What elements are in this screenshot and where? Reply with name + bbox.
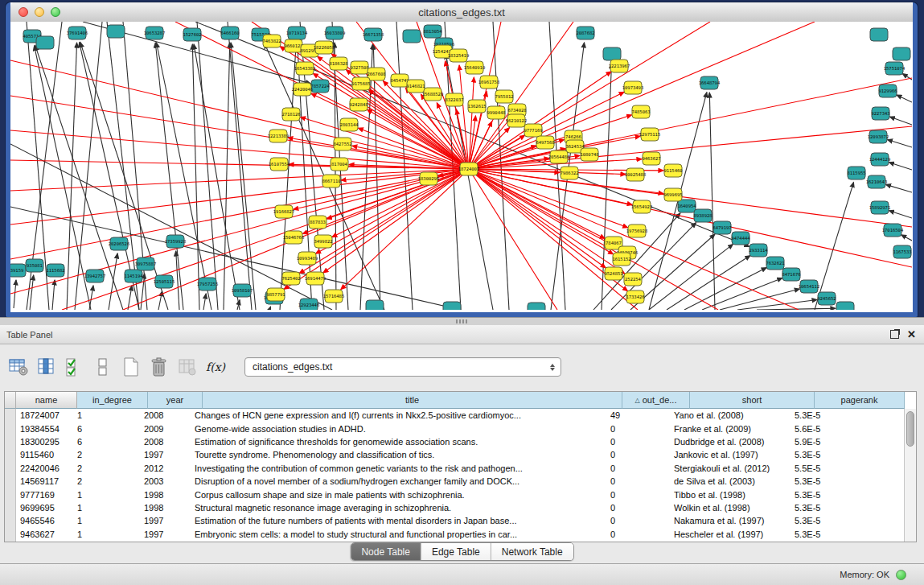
cell-in_degree[interactable]: 6 xyxy=(73,424,140,434)
cell-short[interactable]: Franke et al. (2009) xyxy=(670,424,791,434)
tab-node-table[interactable]: Node Table xyxy=(351,543,421,560)
cell-short[interactable]: Tibbo et al. (1998) xyxy=(670,490,791,500)
cell-title[interactable]: Structural magnetic resonance image aver… xyxy=(191,503,606,513)
graph-node[interactable] xyxy=(443,302,461,310)
cell-pagerank[interactable]: 5.3E-5 xyxy=(791,450,877,459)
graph-node[interactable] xyxy=(107,25,125,38)
cell-year[interactable]: 1997 xyxy=(140,529,191,539)
unselect-all-icon[interactable] xyxy=(92,356,113,378)
cell-name[interactable]: 18724007 xyxy=(16,410,73,420)
close-panel-icon[interactable]: ✕ xyxy=(907,330,916,339)
column-visibility-icon[interactable] xyxy=(36,356,57,378)
new-table-icon[interactable] xyxy=(121,356,142,378)
cell-short[interactable]: Wolkin et al. (1998) xyxy=(670,503,791,513)
table-row[interactable]: 1456911722003Disruption of a novel membe… xyxy=(16,475,904,488)
vertical-scrollbar[interactable] xyxy=(904,409,916,542)
table-row[interactable]: 2242004622012Investigating the contribut… xyxy=(16,462,904,475)
graph-node[interactable] xyxy=(528,303,545,310)
cell-year[interactable]: 1998 xyxy=(140,490,191,500)
cell-in_degree[interactable]: 2 xyxy=(73,463,140,473)
cell-pagerank[interactable]: 5.3E-5 xyxy=(791,476,877,486)
cell-in_degree[interactable]: 1 xyxy=(73,410,140,420)
cell-in_degree[interactable]: 2 xyxy=(73,476,140,486)
cell-pagerank[interactable]: 5.5E-5 xyxy=(791,463,877,473)
cell-in_degree[interactable]: 6 xyxy=(73,437,140,447)
select-all-icon[interactable] xyxy=(64,356,85,378)
tab-network-table[interactable]: Network Table xyxy=(491,543,573,560)
column-header-name[interactable]: name xyxy=(16,392,77,409)
split-pane-divider[interactable] xyxy=(0,317,924,325)
graph-node[interactable] xyxy=(36,36,54,49)
cell-title[interactable]: Embryonic stem cells: a model to study s… xyxy=(191,529,606,539)
cell-out_de[interactable]: 0 xyxy=(606,503,670,513)
cell-year[interactable]: 1997 xyxy=(140,516,191,525)
network-window-titlebar[interactable]: citations_edges.txt xyxy=(10,2,913,23)
table-row[interactable]: 977716911998Corpus callosum shape and si… xyxy=(16,488,904,501)
cell-short[interactable]: Hescheler et al. (1997) xyxy=(670,529,791,539)
cell-out_de[interactable]: 0 xyxy=(606,529,670,539)
delete-table-icon[interactable] xyxy=(149,356,170,378)
network-window[interactable]: citations_edges.txt 40557143769140610653… xyxy=(6,2,918,317)
function-builder-icon[interactable]: f(x) xyxy=(205,356,226,378)
cell-in_degree[interactable]: 1 xyxy=(73,503,140,513)
cell-short[interactable]: Stergiakouli et al. (2012) xyxy=(670,463,791,473)
cell-year[interactable]: 1997 xyxy=(140,450,191,459)
cell-out_de[interactable]: 0 xyxy=(606,516,670,525)
cell-out_de[interactable]: 0 xyxy=(606,463,670,473)
table-selector-dropdown[interactable]: citations_edges.txt xyxy=(244,357,561,377)
table-settings-icon[interactable] xyxy=(8,356,29,378)
table-row[interactable]: 946362711997Embryonic stem cells: a mode… xyxy=(16,528,904,541)
table-row[interactable]: 1830029562008Estimation of significance … xyxy=(16,435,904,448)
cell-out_de[interactable]: 0 xyxy=(606,450,670,459)
citation-network-graph[interactable]: 4055714376914061065328715276026466160751… xyxy=(10,22,912,310)
cell-year[interactable]: 1998 xyxy=(140,503,191,513)
table-row[interactable]: 1872400712008Changes of HCN gene express… xyxy=(16,409,904,422)
cell-pagerank[interactable]: 5.9E-5 xyxy=(791,437,877,447)
column-header-pagerank[interactable]: pagerank xyxy=(815,392,905,409)
cell-name[interactable]: 9115460 xyxy=(16,450,73,459)
cell-short[interactable]: Yano et al. (2008) xyxy=(670,410,791,420)
cell-short[interactable]: de Silva et al. (2003) xyxy=(670,476,791,486)
cell-name[interactable]: 9699695 xyxy=(16,503,73,513)
cell-out_de[interactable]: 49 xyxy=(606,410,670,420)
cell-year[interactable]: 2008 xyxy=(140,410,191,420)
graph-node[interactable] xyxy=(403,30,421,43)
import-table-icon[interactable] xyxy=(177,356,198,378)
cell-name[interactable]: 9463627 xyxy=(16,529,73,539)
dropdown-stepper-icon[interactable] xyxy=(546,359,559,375)
table-row[interactable]: 946554611997Estimation of the future num… xyxy=(16,514,904,527)
cell-year[interactable]: 2009 xyxy=(140,424,191,434)
graph-node[interactable] xyxy=(836,302,854,310)
cell-name[interactable]: 9465546 xyxy=(16,516,73,525)
float-panel-icon[interactable] xyxy=(890,330,899,339)
cell-pagerank[interactable]: 5.3E-5 xyxy=(791,503,877,513)
graph-node[interactable] xyxy=(603,47,621,60)
column-header-year[interactable]: year xyxy=(148,392,203,409)
cell-out_de[interactable]: 0 xyxy=(606,490,670,500)
cell-title[interactable]: Investigating the contribution of common… xyxy=(191,463,606,473)
cell-title[interactable]: Genome-wide association studies in ADHD. xyxy=(191,424,606,434)
column-header-in_degree[interactable]: in_degree xyxy=(77,392,148,409)
cell-short[interactable]: Dudbridge et al. (2008) xyxy=(670,437,791,447)
column-header-short[interactable]: short xyxy=(690,392,815,409)
cell-title[interactable]: Tourette syndrome. Phenomenology and cla… xyxy=(191,450,606,459)
cell-pagerank[interactable]: 5.6E-5 xyxy=(791,424,877,434)
cell-name[interactable]: 22420046 xyxy=(16,463,73,473)
cell-in_degree[interactable]: 1 xyxy=(73,529,140,539)
cell-short[interactable]: Jankovic et al. (1997) xyxy=(670,450,791,459)
cell-in_degree[interactable]: 1 xyxy=(73,516,140,525)
graph-node[interactable] xyxy=(870,28,888,41)
cell-name[interactable]: 19384554 xyxy=(16,424,73,434)
cell-in_degree[interactable]: 2 xyxy=(73,450,140,459)
column-header-out_de[interactable]: △out_de... xyxy=(622,392,690,409)
cell-title[interactable]: Disruption of a novel member of a sodium… xyxy=(191,476,606,486)
divider-grip-icon[interactable] xyxy=(456,319,467,323)
cell-out_de[interactable]: 0 xyxy=(606,476,670,486)
cell-title[interactable]: Estimation of the future numbers of pati… xyxy=(191,516,606,525)
cell-pagerank[interactable]: 5.3E-5 xyxy=(791,516,877,525)
cell-pagerank[interactable]: 5.3E-5 xyxy=(791,529,877,539)
cell-short[interactable]: Nakamura et al. (1997) xyxy=(670,516,791,525)
cell-title[interactable]: Estimation of significance thresholds fo… xyxy=(191,437,606,447)
scrollbar-thumb[interactable] xyxy=(906,411,914,447)
network-canvas[interactable]: 4055714376914061065328715276026466160751… xyxy=(10,22,913,312)
